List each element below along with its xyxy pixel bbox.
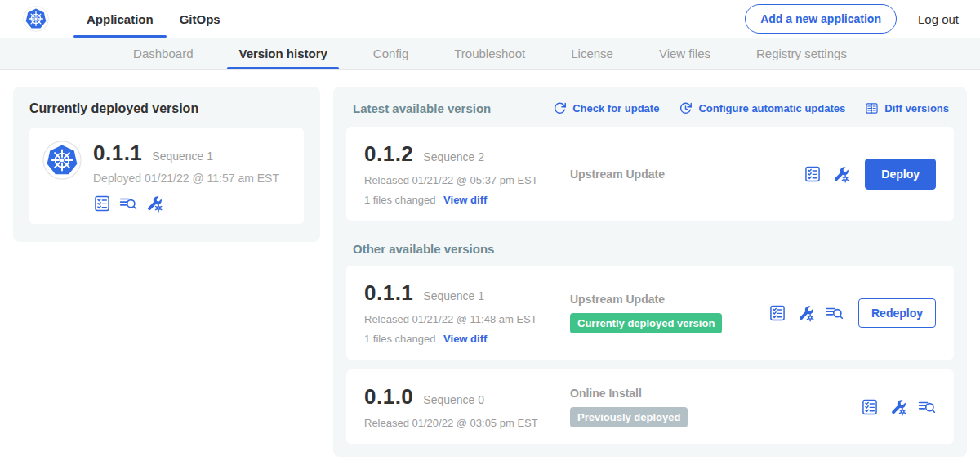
subnav-tab-view-files[interactable]: View files [636,38,733,69]
deployed-version-number: 0.1.1 [93,141,142,166]
deploy-button[interactable]: Deploy [865,159,936,190]
view-diff-link[interactable]: View diff [443,194,487,206]
add-new-application-button[interactable]: Add a new application [745,4,897,34]
version-card-0-1-0: 0.1.0 Sequence 0 Released 01/20/22 @ 03:… [346,369,954,444]
preflight-checklist-icon[interactable] [93,195,111,213]
config-wrench-icon[interactable] [145,195,163,213]
diff-versions-link[interactable]: Diff versions [865,101,949,115]
subnav-tab-version-history[interactable]: Version history [216,38,350,69]
app-header: Application GitOps Add a new application… [0,0,980,38]
main-content: Currently deployed version 0.1.1 Sequenc… [0,70,980,461]
config-wrench-icon[interactable] [832,165,850,183]
version-source-label: Upstream Update [570,168,804,181]
tab-application[interactable]: Application [74,0,167,38]
files-changed-label: 1 files changed [364,333,435,345]
tab-gitops-label: GitOps [180,12,220,26]
version-number: 0.1.2 [364,141,413,167]
version-card-0-1-1: 0.1.1 Sequence 1 Released 01/21/22 @ 11:… [346,266,954,360]
version-number: 0.1.0 [364,384,413,410]
subnav-tab-troubleshoot[interactable]: Troubleshoot [431,38,548,69]
preflight-checklist-icon[interactable] [804,165,822,183]
deployed-version-info: 0.1.1 Sequence 1 Deployed 01/21/22 @ 11:… [93,141,279,213]
header-tabs: Application GitOps [74,0,234,38]
tab-gitops[interactable]: GitOps [167,0,234,38]
version-actions: Check for update Configure automatic upd… [553,101,949,115]
diff-icon [865,101,879,115]
currently-deployed-panel: Currently deployed version 0.1.1 Sequenc… [13,87,320,242]
deployed-panel-title: Currently deployed version [29,101,304,116]
subnav-tab-registry-settings[interactable]: Registry settings [733,38,870,69]
kubernetes-logo-icon [23,6,49,32]
tab-application-label: Application [87,12,154,26]
sequence-label: Sequence 2 [423,150,484,163]
sequence-label: Sequence 1 [423,289,484,302]
redeploy-button[interactable]: Redeploy [858,298,936,328]
released-timestamp: Released 01/20/22 @ 03:05 pm EST [364,417,570,429]
deployed-timestamp: Deployed 01/21/22 @ 11:57 am EST [93,172,279,185]
config-wrench-icon[interactable] [797,304,815,322]
other-versions-title: Other available versions [353,242,947,256]
view-logs-icon[interactable] [826,304,844,322]
configure-automatic-updates-link[interactable]: Configure automatic updates [679,101,845,115]
files-changed-label: 1 files changed [364,194,435,206]
view-diff-link[interactable]: View diff [443,333,487,345]
logout-button[interactable]: Log out [918,12,959,26]
version-source-label: Online Install [570,387,861,400]
sequence-label: Sequence 0 [423,393,484,406]
preflight-checklist-icon[interactable] [768,304,786,322]
refresh-icon [553,101,567,115]
check-for-update-link[interactable]: Check for update [553,101,659,115]
preflight-checklist-icon[interactable] [861,398,879,416]
deployed-version-card: 0.1.1 Sequence 1 Deployed 01/21/22 @ 11:… [29,128,304,224]
previously-deployed-badge: Previously deployed [570,407,688,427]
released-timestamp: Released 01/21/22 @ 11:48 am EST [364,313,570,325]
released-timestamp: Released 01/21/22 @ 05:37 pm EST [364,174,570,186]
app-kubernetes-logo-icon [42,141,82,180]
config-wrench-icon[interactable] [889,398,907,416]
view-logs-icon[interactable] [918,398,936,416]
deployed-actions [93,195,279,213]
app-subnav: Dashboard Version history Config Trouble… [0,38,980,70]
subnav-tab-config[interactable]: Config [350,38,431,69]
auto-update-icon [679,101,693,115]
header-right: Add a new application Log out [745,4,959,34]
subnav-tab-dashboard[interactable]: Dashboard [110,38,216,69]
latest-version-title: Latest available version [353,101,491,115]
view-logs-icon[interactable] [119,195,137,213]
latest-version-header: Latest available version Check for updat… [346,100,954,115]
currently-deployed-badge: Currently deployed version [570,313,722,333]
version-history-panel: Latest available version Check for updat… [333,87,967,457]
deployed-sequence-label: Sequence 1 [152,150,213,163]
version-card-latest: 0.1.2 Sequence 2 Released 01/21/22 @ 05:… [346,127,954,221]
subnav-tab-license[interactable]: License [548,38,636,69]
version-number: 0.1.1 [364,280,413,306]
version-source-label: Upstream Update [570,293,768,306]
